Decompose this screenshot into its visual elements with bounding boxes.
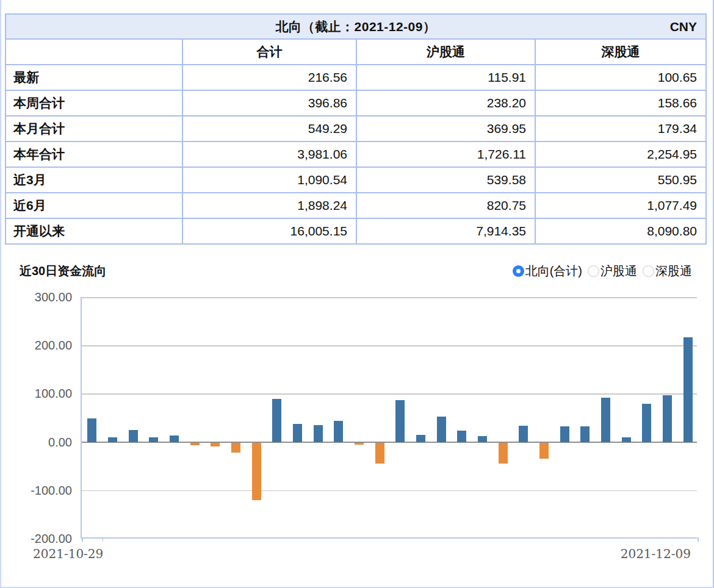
radio-unselected-icon[interactable] [588,265,599,277]
y-tick-label: -200.00 [5,532,72,546]
cell-value: 16,005.15 [182,218,356,244]
flow-section-title: 近30日资金流向 [20,263,106,279]
chart-bar-positive [601,398,610,442]
chart-bar-negative [355,443,364,445]
cell-value: 820.75 [356,193,535,218]
cell-value: 396.86 [182,90,356,116]
table-row: 近6月1,898.24820.751,077.49 [5,193,706,218]
cell-value: 115.91 [356,65,535,90]
chart-bar-positive [272,399,281,442]
row-label: 本年合计 [5,142,182,167]
table-column-header-row: 合计 沪股通 深股通 [5,39,706,65]
x-axis-label-end: 2021-12-09 [621,547,691,561]
cell-value: 369.95 [356,116,535,142]
cell-value: 179.34 [535,116,706,142]
cell-value: 1,898.24 [182,193,356,218]
cell-value: 539.58 [356,167,535,193]
chart-bar-positive [108,437,117,442]
row-label: 本月合计 [5,116,182,142]
cell-value: 100.65 [535,65,706,90]
x-axis-label-start: 2021-10-29 [33,547,103,561]
row-label: 近3月 [5,167,182,193]
chart-bar-negative [252,443,261,500]
table-row: 本年合计3,981.061,726.112,254.95 [5,142,706,167]
chart-bar-positive [416,435,425,442]
cell-value: 8,090.80 [535,218,706,244]
chart-bar-positive [170,436,179,442]
chart-bar-positive [663,395,672,442]
chart-bar-positive [683,337,693,442]
radio-item[interactable]: 北向(合计) [513,263,582,279]
chart-bar-positive [580,426,590,442]
table-row: 本月合计549.29369.95179.34 [5,116,706,142]
chart-bar-positive [334,421,343,442]
chart-bar-positive [478,436,487,442]
y-tick-label: 200.00 [5,339,72,353]
chart-bar-positive [519,426,528,442]
table-title: 北向（截止：2021-12-09） [6,15,705,38]
chart-bar-positive [395,400,405,442]
row-label: 近6月 [5,193,182,218]
col-header-shanghai-connect: 沪股通 [356,39,535,65]
cell-value: 7,914.35 [356,218,535,244]
table-title-row: 北向（截止：2021-12-09） CNY [5,14,706,39]
row-label: 开通以来 [5,218,182,244]
x-axis-tick [698,537,699,542]
radio-selected-icon[interactable] [513,265,524,277]
col-header-total: 合计 [182,39,356,65]
chart-bar-positive [149,437,158,442]
y-tick-label: 100.00 [5,387,72,401]
chart-bar-negative [539,443,549,459]
cell-value: 216.56 [182,65,356,90]
chart-bar-positive [457,431,466,442]
x-axis-tick [82,537,83,542]
radio-unselected-icon[interactable] [643,265,654,277]
table-row: 本周合计396.86238.20158.66 [5,90,706,116]
gridline [82,297,697,298]
northbound-table: 北向（截止：2021-12-09） CNY 合计 沪股通 深股通 最新216.5… [5,13,707,245]
table-row: 近3月1,090.54539.58550.95 [5,167,706,193]
table-row: 开通以来16,005.157,914.358,090.80 [5,218,706,244]
gridline [82,393,697,395]
page-root: 北向（截止：2021-12-09） CNY 合计 沪股通 深股通 最新216.5… [0,0,714,588]
chart-header: 近30日资金流向 北向(合计)沪股通深股通 [20,262,692,279]
gridline [82,345,697,346]
cell-value: 1,090.54 [182,167,356,193]
chart-bar-negative [231,443,240,453]
chart-bar-positive [314,425,323,442]
radio-item[interactable]: 深股通 [643,263,692,279]
cell-value: 3,981.06 [182,142,356,167]
y-tick-label: 0.00 [5,435,72,449]
row-label: 最新 [5,65,182,90]
radio-label: 深股通 [655,263,692,279]
col-header-blank [5,39,182,65]
y-tick-label: -100.00 [5,483,72,497]
radio-label: 北向(合计) [525,263,582,279]
chart-bar-positive [560,426,569,442]
radio-item[interactable]: 沪股通 [588,263,637,279]
chart-bar-positive [129,430,138,442]
cell-value: 1,077.49 [535,193,706,218]
row-label: 本周合计 [5,90,182,116]
table-body: 最新216.56115.91100.65本周合计396.86238.20158.… [5,65,706,244]
cell-value: 238.20 [356,90,535,116]
col-header-shenzhen-connect: 深股通 [535,39,706,65]
cell-value: 2,254.95 [535,142,706,167]
radio-label: 沪股通 [600,263,637,279]
chart-bar-positive [87,418,96,442]
radio-group: 北向(合计)沪股通深股通 [513,263,692,279]
chart-bar-positive [293,424,302,442]
chart-bar-positive [622,437,631,442]
gridline [82,490,697,492]
table-row: 最新216.56115.91100.65 [5,65,706,90]
cell-value: 549.29 [182,116,356,142]
chart-bar-negative [190,443,200,446]
chart-bar-positive [642,404,651,442]
cell-value: 550.95 [535,167,706,193]
chart-bar-negative [375,443,384,464]
chart-bar-negative [499,443,508,464]
cell-value: 158.66 [535,90,706,116]
y-tick-label: 300.00 [5,290,72,304]
chart-bar-positive [437,417,446,442]
x-axis-tick [103,537,104,542]
